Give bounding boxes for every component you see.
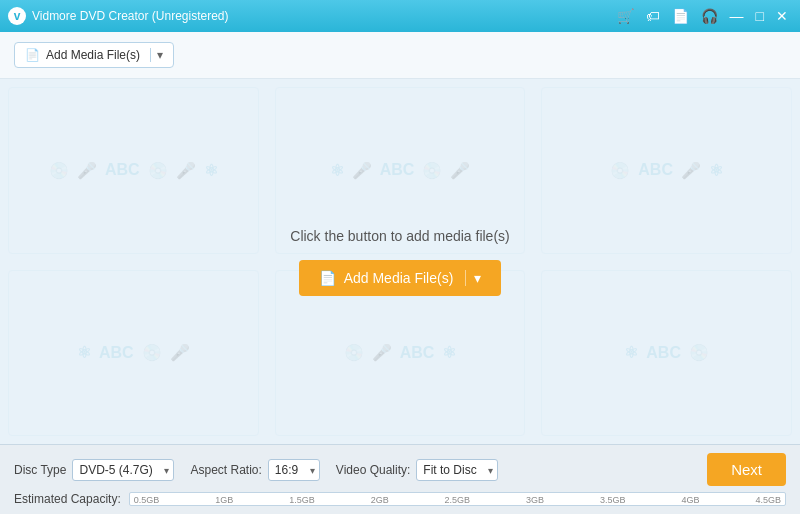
watermark-cell-4: ⚛ ABC 💿 🎤 <box>8 270 259 437</box>
video-quality-select[interactable]: Fit to Disc High Medium Low <box>416 459 498 481</box>
prompt-text: Click the button to add media file(s) <box>290 228 509 244</box>
wm-atom-icon-4: ⚛ <box>77 343 91 362</box>
add-media-toolbar-label: Add Media File(s) <box>46 48 140 62</box>
wm-disc-icon-5: 💿 <box>142 343 162 362</box>
wm-mic-icon-7: 🎤 <box>372 343 392 362</box>
video-quality-label: Video Quality: <box>336 463 411 477</box>
watermark-cell-1: 💿 🎤 ABC 💿 🎤 ⚛ <box>8 87 259 254</box>
wm-abc-label-6: ABC <box>646 344 681 362</box>
dropdown-arrow-icon[interactable]: ▾ <box>150 48 163 62</box>
video-quality-select-wrapper[interactable]: Fit to Disc High Medium Low <box>416 459 498 481</box>
wm-mic-icon-1: 🎤 <box>77 161 97 180</box>
wm-mic-icon-6: 🎤 <box>170 343 190 362</box>
tick-4: 2.5GB <box>445 493 471 507</box>
wm-mic-icon-5: 🎤 <box>681 161 701 180</box>
wm-abc-label-2: ABC <box>380 161 415 179</box>
toolbar: 📄 Add Media File(s) ▾ <box>0 32 800 79</box>
disc-type-select[interactable]: DVD-5 (4.7G) DVD-9 (8.5G) Blu-ray 25G Bl… <box>72 459 174 481</box>
aspect-ratio-group: Aspect Ratio: 16:9 4:3 <box>190 459 319 481</box>
add-media-btn-label: Add Media File(s) <box>344 270 454 286</box>
disc-type-select-wrapper[interactable]: DVD-5 (4.7G) DVD-9 (8.5G) Blu-ray 25G Bl… <box>72 459 174 481</box>
tick-7: 4GB <box>682 493 700 507</box>
controls-row: Disc Type DVD-5 (4.7G) DVD-9 (8.5G) Blu-… <box>14 453 786 486</box>
aspect-ratio-select-wrapper[interactable]: 16:9 4:3 <box>268 459 320 481</box>
doc-icon[interactable]: 📄 <box>668 9 693 23</box>
maximize-icon[interactable]: □ <box>752 9 768 23</box>
main-content-area: 💿 🎤 ABC 💿 🎤 ⚛ ⚛ 🎤 ABC 💿 🎤 💿 ABC 🎤 ⚛ ⚛ AB… <box>0 79 800 444</box>
capacity-label: Estimated Capacity: <box>14 492 121 506</box>
capacity-bar: 0.5GB 1GB 1.5GB 2GB 2.5GB 3GB 3.5GB 4GB … <box>129 492 786 506</box>
add-media-btn-arrow[interactable]: ▾ <box>465 270 481 286</box>
disc-type-label: Disc Type <box>14 463 66 477</box>
wm-atom-icon-5: ⚛ <box>442 343 456 362</box>
wm-mic-icon-4: 🎤 <box>450 161 470 180</box>
aspect-ratio-select[interactable]: 16:9 4:3 <box>268 459 320 481</box>
wm-disc-icon-1: 💿 <box>49 161 69 180</box>
wm-disc-icon-7: 💿 <box>689 343 709 362</box>
headset-icon[interactable]: 🎧 <box>697 9 722 23</box>
minimize-icon[interactable]: — <box>726 9 748 23</box>
wm-disc-icon-6: 💿 <box>344 343 364 362</box>
center-prompt: Click the button to add media file(s) 📄 … <box>290 228 509 296</box>
wm-abc-label-1: ABC <box>105 161 140 179</box>
wm-mic-icon-2: 🎤 <box>176 161 196 180</box>
next-button[interactable]: Next <box>707 453 786 486</box>
capacity-row: Estimated Capacity: 0.5GB 1GB 1.5GB 2GB … <box>14 492 786 506</box>
watermark-cell-6: ⚛ ABC 💿 <box>541 270 792 437</box>
close-icon[interactable]: ✕ <box>772 9 792 23</box>
tick-8: 4.5GB <box>755 493 781 507</box>
wm-disc-icon-2: 💿 <box>148 161 168 180</box>
wm-abc-label-4: ABC <box>99 344 134 362</box>
tag-icon[interactable]: 🏷 <box>642 9 664 23</box>
cart-icon[interactable]: 🛒 <box>613 9 638 23</box>
tick-5: 3GB <box>526 493 544 507</box>
wm-abc-label-3: ABC <box>638 161 673 179</box>
wm-mic-icon-3: 🎤 <box>352 161 372 180</box>
titlebar-left: v Vidmore DVD Creator (Unregistered) <box>8 7 229 25</box>
disc-type-group: Disc Type DVD-5 (4.7G) DVD-9 (8.5G) Blu-… <box>14 459 174 481</box>
capacity-ticks: 0.5GB 1GB 1.5GB 2GB 2.5GB 3GB 3.5GB 4GB … <box>130 493 785 507</box>
add-media-btn-icon: 📄 <box>319 270 336 286</box>
wm-atom-icon-2: ⚛ <box>330 161 344 180</box>
tick-6: 3.5GB <box>600 493 626 507</box>
tick-3: 2GB <box>371 493 389 507</box>
video-quality-group: Video Quality: Fit to Disc High Medium L… <box>336 459 499 481</box>
tick-0: 0.5GB <box>134 493 160 507</box>
wm-abc-label-5: ABC <box>400 344 435 362</box>
add-file-icon: 📄 <box>25 48 40 62</box>
wm-disc-icon-3: 💿 <box>422 161 442 180</box>
add-media-toolbar-button[interactable]: 📄 Add Media File(s) ▾ <box>14 42 174 68</box>
wm-atom-icon-1: ⚛ <box>204 161 218 180</box>
wm-disc-icon-4: 💿 <box>610 161 630 180</box>
tick-2: 1.5GB <box>289 493 315 507</box>
add-media-center-button[interactable]: 📄 Add Media File(s) ▾ <box>299 260 502 296</box>
wm-atom-icon-6: ⚛ <box>624 343 638 362</box>
watermark-cell-3: 💿 ABC 🎤 ⚛ <box>541 87 792 254</box>
titlebar-controls[interactable]: 🛒 🏷 📄 🎧 — □ ✕ <box>613 9 792 23</box>
aspect-ratio-label: Aspect Ratio: <box>190 463 261 477</box>
app-logo: v <box>8 7 26 25</box>
bottom-bar: Disc Type DVD-5 (4.7G) DVD-9 (8.5G) Blu-… <box>0 444 800 514</box>
tick-1: 1GB <box>215 493 233 507</box>
app-title: Vidmore DVD Creator (Unregistered) <box>32 9 229 23</box>
wm-atom-icon-3: ⚛ <box>709 161 723 180</box>
titlebar: v Vidmore DVD Creator (Unregistered) 🛒 🏷… <box>0 0 800 32</box>
